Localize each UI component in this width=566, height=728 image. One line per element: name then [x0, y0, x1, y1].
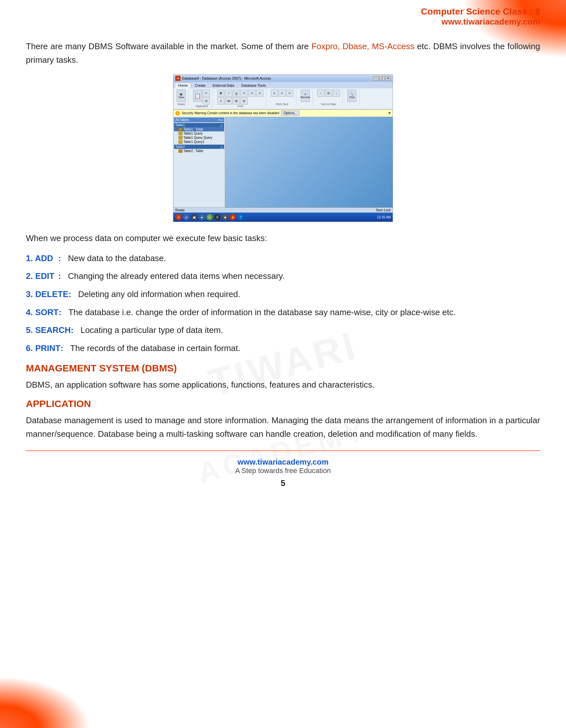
richtext-label: Rich Text — [276, 103, 288, 106]
view-button[interactable]: ▦ View — [177, 90, 186, 102]
sort-option-button[interactable]: ↓ — [333, 90, 340, 97]
bold-button[interactable]: B — [217, 90, 225, 97]
nav-item-table2-table-label: Table2 : Table — [183, 149, 204, 153]
italic-button[interactable]: I — [225, 90, 232, 97]
ribbon-group-find: 🔍 Find — [346, 90, 359, 106]
task-number-print: 6. PRINT — [26, 342, 61, 355]
main-content-area — [225, 117, 393, 207]
nav-item-table1-query-query[interactable]: Table1 Query Query — [174, 136, 224, 140]
page-content: There are many DBMS Software available i… — [0, 30, 566, 511]
find-icon: 🔍 — [350, 93, 353, 96]
task-number-sort: 4. SORT — [26, 306, 59, 319]
grid-button[interactable]: ⊞ — [233, 97, 240, 105]
nav-group-table2[interactable]: Table2 △ — [174, 145, 224, 149]
close-button[interactable]: ✕ — [385, 76, 391, 81]
tab-create[interactable]: Create — [191, 83, 209, 88]
align-left-button[interactable]: ≡ — [241, 90, 248, 97]
taskbar-icon6[interactable]: ⚡ — [230, 214, 236, 220]
align-center-button[interactable]: ≡ — [249, 90, 256, 97]
nav-item-table1-query-query-label: Table1 Query Query — [183, 136, 213, 139]
font-color-button[interactable]: A — [217, 97, 225, 105]
task-item-search: 5. SEARCH : Locating a particular type o… — [26, 324, 540, 337]
taskbar-icon7[interactable]: ? — [238, 214, 244, 220]
find-button[interactable]: 🔍 Find — [347, 90, 356, 102]
status-bar: Ready Num Lock — [173, 207, 393, 213]
view-label: View — [178, 96, 184, 99]
copy-button[interactable]: ⊡ — [203, 97, 210, 105]
ribbon-group-records: ≡ Records — [299, 90, 313, 106]
section-text-application: Database management is used to manage an… — [26, 414, 540, 441]
ribbon-group-clipboard: 📋 ✂ ⊡ Clipboard — [192, 90, 213, 108]
align-right-button[interactable]: ≡ — [256, 90, 263, 97]
msaccess-screenshot: A Database0 - Database (Access 2007) - M… — [173, 74, 393, 222]
intro-paragraph: There are many DBMS Software available i… — [26, 40, 540, 67]
task-desc-sort: The database i.e. change the order of in… — [68, 306, 456, 319]
task-number-edit: 2. EDIT — [26, 270, 58, 283]
security-close-button[interactable]: ✕ — [388, 111, 391, 115]
records-button[interactable]: ≡ Records — [301, 90, 310, 102]
task-colon-edit: : — [58, 270, 68, 283]
ribbon-group-font: B I U ≡ ≡ ≡ A ab ⊞ ⊟ — [216, 90, 266, 108]
nav-header: All Tables ▾ « — [174, 117, 224, 122]
taskbar-icon2[interactable]: ● — [199, 214, 205, 220]
status-text: Ready — [175, 208, 185, 212]
tab-database-tools[interactable]: Database Tools — [238, 83, 270, 88]
ribbon-group-richtext: ≡ ≡ ↵ Rich Text — [270, 90, 296, 106]
taskbar-icon3[interactable]: G — [206, 214, 213, 220]
header-url: www.tiwariacademy.com — [26, 17, 540, 27]
nav-header-arrow[interactable]: ▾ « — [219, 118, 223, 122]
indent-button[interactable]: ⊟ — [241, 97, 248, 105]
font-buttons: B I U ≡ ≡ ≡ A ab ⊞ ⊟ — [217, 90, 263, 105]
task-number-delete: 3. DELETE — [26, 288, 68, 301]
titlebar-title: Database0 - Database (Access 2007) - Mic… — [182, 76, 271, 80]
taskbar-icon1[interactable]: ▣ — [191, 214, 197, 220]
table1-query1-icon — [179, 140, 183, 144]
options-button[interactable]: Options... — [281, 111, 299, 116]
underline-button[interactable]: U — [233, 90, 240, 97]
corner-decoration-bottom — [0, 676, 91, 728]
cut-button[interactable]: ✂ — [203, 90, 210, 97]
task-item-edit: 2. EDIT : Changing the already entered d… — [26, 270, 540, 283]
nav-item-table1-query1[interactable]: Table1 Query1 — [174, 140, 224, 144]
start-button[interactable]: ⊙ — [175, 214, 182, 220]
nav-item-table1-table[interactable]: Table1 : Table — [174, 127, 224, 131]
taskbar-ie-icon[interactable]: e — [183, 214, 190, 220]
task-list: 1. ADD : New data to the database. 2. ED… — [26, 252, 540, 355]
sort-buttons: ↑ ⊟ ↓ — [317, 90, 340, 97]
task-colon-add: : — [58, 252, 68, 265]
sort-asc-button[interactable]: ↑ — [317, 90, 324, 97]
nav-group-table1[interactable]: Table1 △ — [174, 123, 224, 127]
paste-button[interactable]: 📋 — [193, 90, 202, 102]
taskbar-right: 12:26 AM — [377, 215, 391, 219]
richtext-btn3[interactable]: ↵ — [286, 90, 293, 97]
nav-group-table1-arrow: △ — [220, 123, 223, 127]
find-label: Find — [349, 96, 354, 99]
taskbar-icon4[interactable]: 0 — [214, 214, 221, 220]
clipboard-buttons: 📋 ✂ ⊡ — [193, 90, 210, 105]
task-item-print: 6. PRINT : The records of the database i… — [26, 342, 540, 355]
views-buttons: ▦ View — [177, 90, 186, 102]
maximize-button[interactable]: □ — [379, 76, 384, 81]
highlight-button[interactable]: ab — [225, 97, 232, 105]
taskbar-icon5[interactable]: ■ — [222, 214, 228, 220]
records-label: Records — [300, 96, 310, 99]
footer-url: www.tiwariacademy.com — [26, 458, 540, 467]
task-number-search: 5. SEARCH — [26, 324, 71, 337]
richtext-btn2[interactable]: ≡ — [279, 90, 285, 97]
filter-button[interactable]: ⊟ — [325, 90, 332, 97]
records-icon: ≡ — [305, 93, 306, 96]
nav-item-table2-table[interactable]: Table2 : Table — [174, 149, 224, 153]
richtext-btn1[interactable]: ≡ — [271, 90, 278, 97]
ribbon-tabs: Home Create External Data Database Tools — [173, 82, 393, 88]
nav-item-table1-query[interactable]: Table1 Query — [174, 131, 224, 136]
tab-home[interactable]: Home — [175, 83, 191, 88]
minimize-button[interactable]: − — [373, 76, 378, 81]
titlebar-left: A Database0 - Database (Access 2007) - M… — [175, 76, 271, 81]
tab-external-data[interactable]: External Data — [209, 83, 238, 88]
task-desc-print: The records of the database in certain f… — [70, 342, 240, 355]
task-item-sort: 4. SORT : The database i.e. change the o… — [26, 306, 540, 319]
table1-table-icon — [179, 128, 183, 131]
task-desc-search: Locating a particular type of data item. — [81, 324, 223, 337]
section-header-application: APPLICATION — [26, 398, 540, 409]
task-number-add: 1. ADD — [26, 252, 58, 265]
